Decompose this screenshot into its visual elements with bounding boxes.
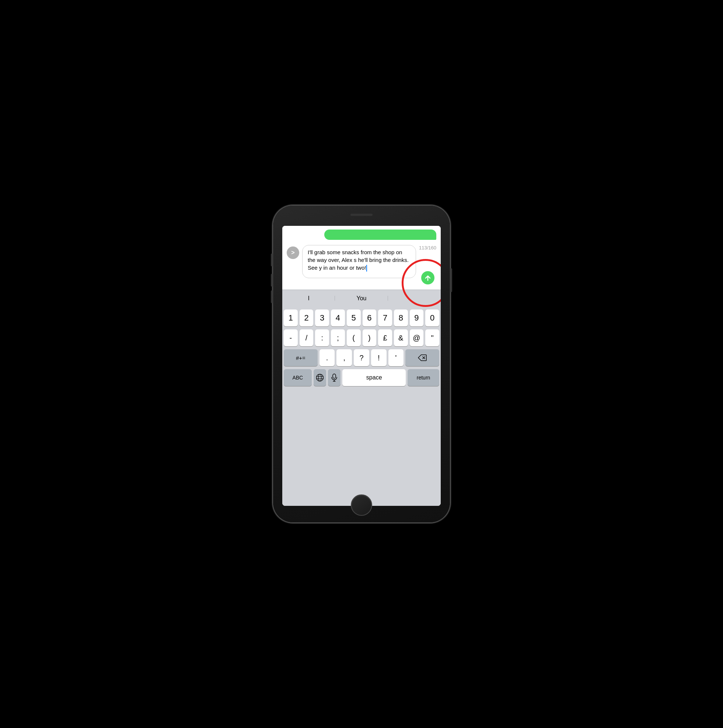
- send-arrow-icon: [424, 274, 432, 281]
- keyboard-row-bottom: ABC spac: [284, 369, 439, 386]
- key-open-paren[interactable]: (: [347, 329, 361, 346]
- send-button[interactable]: [421, 271, 435, 284]
- autocomplete-left[interactable]: I: [282, 295, 335, 302]
- key-delete[interactable]: [405, 349, 439, 366]
- key-5[interactable]: 5: [347, 309, 361, 326]
- key-period[interactable]: .: [320, 349, 335, 366]
- key-question[interactable]: ?: [354, 349, 369, 366]
- phone-frame: > I'll grab some snacks from the shop on…: [273, 206, 450, 522]
- svg-point-3: [319, 374, 321, 381]
- key-7[interactable]: 7: [378, 309, 392, 326]
- autocomplete-bar: I You: [282, 289, 441, 306]
- keyboard: 1 2 3 4 5 6 7 8 9 0 - / : ; ( ) £ &: [282, 306, 441, 506]
- messages-area: > I'll grab some snacks from the shop on…: [282, 226, 441, 289]
- autocomplete-middle[interactable]: You: [335, 295, 388, 302]
- key-pound[interactable]: £: [378, 329, 392, 346]
- message-input[interactable]: I'll grab some snacks from the shop on t…: [302, 245, 416, 278]
- key-abc[interactable]: ABC: [284, 369, 312, 386]
- key-4[interactable]: 4: [331, 309, 345, 326]
- input-row: > I'll grab some snacks from the shop on…: [287, 243, 436, 287]
- phone-screen: > I'll grab some snacks from the shop on…: [282, 226, 441, 506]
- keyboard-row-misc: #+= . , ? ! ': [284, 349, 439, 366]
- key-slash[interactable]: /: [300, 329, 314, 346]
- microphone-icon: [331, 373, 337, 382]
- sent-bubble-top: [324, 229, 437, 240]
- key-apostrophe[interactable]: ': [388, 349, 404, 366]
- char-count: 113/160: [419, 245, 436, 251]
- chevron-right-icon: >: [291, 249, 294, 256]
- key-colon[interactable]: :: [315, 329, 329, 346]
- key-return[interactable]: return: [407, 369, 439, 386]
- home-button[interactable]: [351, 494, 372, 516]
- keyboard-row-symbols: - / : ; ( ) £ & @ ": [284, 329, 439, 346]
- key-semicolon[interactable]: ;: [331, 329, 345, 346]
- key-at[interactable]: @: [410, 329, 424, 346]
- key-close-paren[interactable]: ): [363, 329, 377, 346]
- key-3[interactable]: 3: [315, 309, 329, 326]
- key-6[interactable]: 6: [363, 309, 377, 326]
- svg-point-2: [316, 374, 323, 381]
- key-9[interactable]: 9: [410, 309, 424, 326]
- expand-button[interactable]: >: [287, 246, 299, 259]
- cursor: [366, 265, 367, 272]
- message-text: I'll grab some snacks from the shop on t…: [308, 249, 409, 271]
- delete-icon: [418, 355, 427, 361]
- key-dash[interactable]: -: [284, 329, 298, 346]
- key-globe[interactable]: [314, 369, 326, 386]
- key-1[interactable]: 1: [284, 309, 298, 326]
- key-0[interactable]: 0: [425, 309, 439, 326]
- key-comma[interactable]: ,: [337, 349, 352, 366]
- globe-icon: [316, 373, 324, 382]
- phone-speaker: [351, 214, 372, 216]
- key-space[interactable]: space: [342, 369, 406, 386]
- key-ampersand[interactable]: &: [394, 329, 408, 346]
- key-hashplus[interactable]: #+=: [284, 349, 318, 366]
- key-exclaim[interactable]: !: [371, 349, 386, 366]
- key-2[interactable]: 2: [300, 309, 314, 326]
- svg-rect-6: [333, 374, 336, 378]
- keyboard-row-numbers: 1 2 3 4 5 6 7 8 9 0: [284, 309, 439, 326]
- key-8[interactable]: 8: [394, 309, 408, 326]
- key-quote[interactable]: ": [425, 329, 439, 346]
- key-microphone[interactable]: [328, 369, 340, 386]
